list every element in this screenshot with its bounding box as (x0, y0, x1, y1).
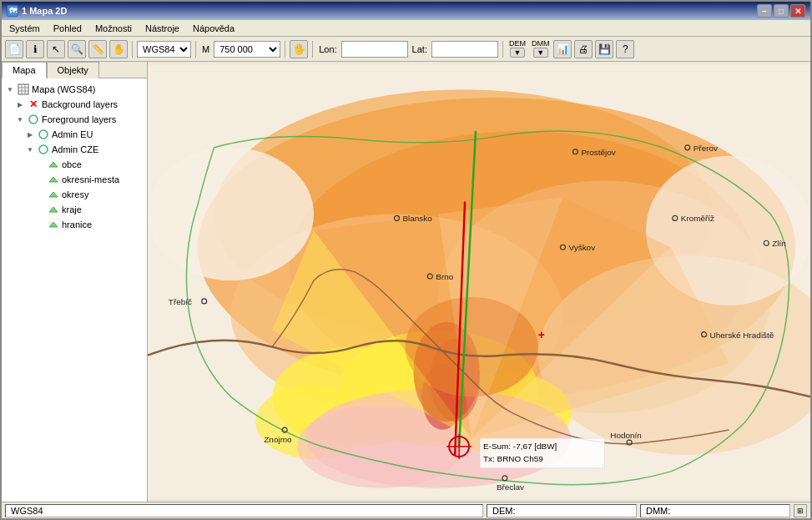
layer-tree: ▼ Mapa (WGS84) ▶ ✕ Background layers ▼ (2, 78, 147, 502)
map-area[interactable]: + Prostějov Přerov Blansko Brno Vyškov K… (148, 62, 810, 502)
main-content: Mapa Objekty ▼ Mapa (WGS84) ▶ ✕ Backgrou… (2, 62, 810, 502)
tree-fg-label: Foreground layers (42, 114, 116, 124)
tb-measure-button[interactable]: 📏 (88, 40, 107, 58)
lon-input[interactable] (341, 41, 408, 58)
tb-cursor-button[interactable]: ↖ (47, 40, 65, 58)
menu-moznosti[interactable]: Možnosti (91, 23, 136, 34)
poly-icon-kraje (47, 203, 60, 216)
svg-marker-8 (49, 162, 58, 167)
menu-pohled[interactable]: Pohled (49, 23, 86, 34)
svg-text:Brno: Brno (436, 272, 453, 281)
grid-icon (17, 83, 30, 96)
toolbar-separator-2 (195, 41, 196, 58)
expand-hranice (35, 220, 45, 230)
tree-bg-label: Background layers (42, 99, 118, 109)
lat-input[interactable] (431, 41, 498, 58)
svg-text:Blansko: Blansko (402, 214, 432, 223)
close-button[interactable]: ✕ (790, 4, 805, 18)
tree-admin-cze[interactable]: ▼ Admin CZE (23, 142, 145, 157)
status-dem: DEM: (487, 504, 637, 517)
poly-icon-okresy (47, 188, 60, 201)
app-icon: 🗺 (7, 5, 18, 17)
dem-label: DEM (509, 40, 526, 48)
tree-root[interactable]: ▼ Mapa (WGS84) (3, 82, 145, 97)
svg-marker-9 (49, 177, 58, 182)
tb-export-button[interactable]: 💾 (595, 40, 613, 58)
scale-select[interactable]: 750 000 (214, 41, 280, 58)
svg-text:Uherské Hradiště: Uherské Hradiště (710, 331, 774, 340)
circle-icon (27, 113, 40, 126)
svg-text:+: + (538, 328, 545, 341)
toolbar: 📄 ℹ ↖ 🔍 📏 ✋ WGS84 M 750 000 🖐 Lon: Lat: … (2, 37, 810, 62)
projection-select[interactable]: WGS84 (137, 41, 191, 58)
svg-text:Vyškov: Vyškov (568, 243, 595, 252)
status-expand-button[interactable]: ⊞ (794, 504, 807, 517)
svg-point-6 (39, 130, 48, 139)
toolbar-separator-5 (502, 41, 503, 58)
window-title: 1 Mapa 2D (22, 6, 67, 16)
tb-new-button[interactable]: 📄 (5, 40, 23, 58)
tree-admin-eu[interactable]: ▶ Admin EU (23, 127, 145, 142)
tree-kraje-label: kraje (62, 204, 82, 215)
svg-text:Přerov: Přerov (693, 144, 718, 153)
expand-fg: ▼ (15, 114, 25, 124)
main-window: 🗺 1 Mapa 2D − □ ✕ Systém Pohled Možnosti… (0, 0, 812, 520)
svg-text:Zlín: Zlín (772, 239, 786, 248)
tb-chart-button[interactable]: 📊 (553, 40, 572, 58)
tree-fg-layers[interactable]: ▼ Foreground layers (13, 112, 145, 127)
svg-text:E-Sum:  -7,67 [dBW]: E-Sum: -7,67 [dBW] (483, 442, 557, 451)
tree-obce-label: obce (62, 159, 82, 169)
tb-pan-button[interactable]: ✋ (109, 40, 128, 58)
sidebar: Mapa Objekty ▼ Mapa (WGS84) ▶ ✕ Backgrou… (2, 62, 148, 502)
svg-marker-11 (49, 207, 58, 212)
poly-icon-hranice (47, 218, 60, 231)
svg-point-7 (39, 145, 48, 154)
svg-text:Prostějov: Prostějov (581, 148, 615, 157)
tab-objekty[interactable]: Objekty (47, 62, 99, 78)
x-icon: ✕ (27, 98, 40, 111)
scale-label: M (202, 44, 209, 54)
svg-marker-10 (49, 192, 58, 197)
svg-point-5 (29, 115, 38, 124)
lon-label: Lon: (319, 44, 336, 54)
dmm-label: DMM (532, 40, 550, 48)
tree-admineu-label: Admin EU (52, 129, 93, 139)
tb-print-button[interactable]: 🖨 (574, 40, 593, 58)
tree-admincze-label: Admin CZE (52, 144, 98, 154)
expand-okresy (35, 189, 45, 199)
expand-root: ▼ (5, 84, 15, 94)
tree-kraje[interactable]: kraje (33, 202, 145, 217)
svg-text:Kroměříž: Kroměříž (681, 214, 714, 223)
tree-hranice[interactable]: hranice (33, 217, 145, 232)
dmm-button[interactable]: ▼ (533, 48, 548, 58)
status-dmm: DMM: (640, 504, 790, 517)
sidebar-tabs: Mapa Objekty (2, 62, 147, 78)
minimize-button[interactable]: − (757, 4, 772, 18)
poly-icon-obce (47, 158, 60, 171)
tree-bg-layers[interactable]: ▶ ✕ Background layers (13, 97, 145, 112)
lat-label: Lat: (412, 44, 427, 54)
svg-marker-12 (49, 222, 58, 227)
tab-mapa[interactable]: Mapa (2, 62, 47, 78)
expand-bg: ▶ (15, 99, 25, 109)
tb-info-button[interactable]: ℹ (26, 40, 44, 58)
menu-napoveda[interactable]: Nápověda (189, 23, 239, 34)
tb-help-button[interactable]: ? (616, 40, 634, 58)
maximize-button[interactable]: □ (774, 4, 789, 18)
svg-text:Třebíč: Třebíč (169, 297, 192, 306)
circle-icon-eu (37, 128, 50, 141)
tb-zoom-button[interactable]: 🔍 (68, 40, 86, 58)
tree-obce[interactable]: obce (33, 157, 145, 172)
tree-okresni[interactable]: okresni-mesta (33, 172, 145, 187)
menu-system[interactable]: Systém (5, 23, 44, 34)
toolbar-separator-1 (132, 41, 133, 58)
dem-button[interactable]: ▼ (510, 48, 525, 58)
tree-okresy[interactable]: okresy (33, 187, 145, 202)
tb-move-button[interactable]: 🖐 (290, 40, 308, 58)
map-svg: + Prostějov Přerov Blansko Brno Vyškov K… (148, 62, 810, 502)
expand-obce (35, 159, 45, 169)
title-buttons: − □ ✕ (757, 4, 805, 18)
menu-nastroje[interactable]: Nástroje (141, 23, 184, 34)
svg-text:Břeclav: Břeclav (497, 482, 524, 492)
menu-bar: Systém Pohled Možnosti Nástroje Nápověda (2, 20, 810, 37)
